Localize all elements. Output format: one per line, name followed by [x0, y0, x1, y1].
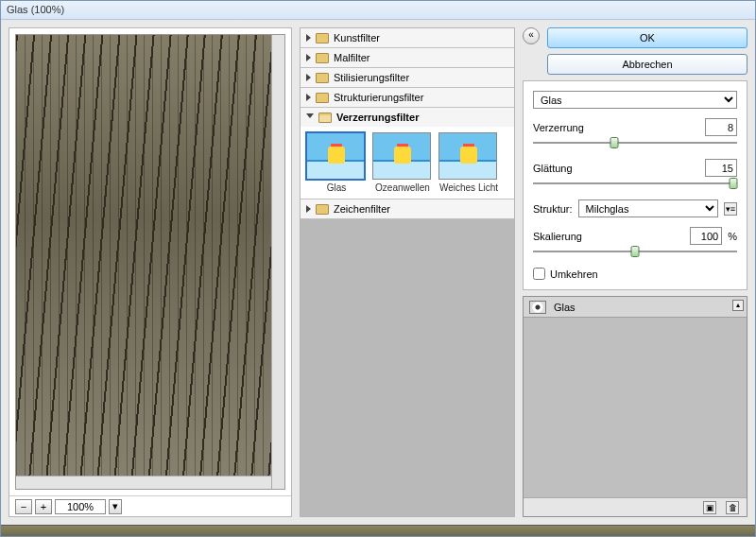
window-title: Glas (100%) — [7, 4, 64, 15]
folder-icon — [316, 73, 329, 83]
disclosure-triangle-icon — [306, 94, 311, 101]
preview-scrollbar-horizontal[interactable] — [16, 476, 271, 489]
glaettung-input[interactable] — [705, 159, 737, 177]
filter-thumb-image — [372, 132, 431, 180]
filter-thumb-label: Weiches Licht — [438, 182, 499, 193]
verzerrung-input[interactable] — [705, 118, 737, 136]
filter-select[interactable]: Glas — [533, 91, 737, 109]
effect-layer-row[interactable]: Glas — [524, 297, 747, 318]
disclosure-triangle-icon — [306, 34, 311, 42]
delete-effect-layer-button[interactable]: 🗑 — [726, 501, 739, 514]
effect-layers-wrap: Glas ▣ 🗑 ▴ — [523, 296, 747, 517]
category-stilisierungsfilter: Stilisierungsfilter — [301, 68, 514, 88]
zoom-out-button[interactable]: − — [15, 499, 32, 514]
category-kunstfilter: Kunstfilter — [301, 28, 514, 48]
slider-track — [533, 182, 737, 184]
zoom-dropdown[interactable]: ▾ — [109, 499, 122, 514]
folder-icon — [316, 53, 329, 63]
category-header-strukturierungsfilter[interactable]: Strukturierungsfilter — [301, 88, 514, 107]
param-verzerrung: Verzerrung — [533, 118, 737, 149]
slider-thumb[interactable] — [729, 178, 737, 189]
zoom-in-button[interactable]: + — [35, 499, 52, 514]
category-malfilter: Malfilter — [301, 48, 514, 68]
top-buttons-row: « OK Abbrechen — [523, 27, 747, 75]
effect-layers-footer: ▣ 🗑 — [524, 497, 747, 516]
zoom-value[interactable]: 100% — [55, 499, 106, 514]
glaettung-slider[interactable] — [533, 177, 737, 190]
effect-layers-empty — [524, 318, 747, 497]
category-zeichenfilter: Zeichenfilter — [301, 199, 514, 219]
category-header-stilisierungsfilter[interactable]: Stilisierungsfilter — [301, 68, 514, 87]
preview-scrollbar-vertical[interactable] — [271, 35, 284, 489]
scroll-up-button[interactable]: ▴ — [732, 300, 744, 311]
param-struktur: Struktur: Milchglas ▾≡ — [533, 199, 737, 217]
new-effect-layer-button[interactable]: ▣ — [703, 501, 716, 514]
category-label: Stilisierungsfilter — [334, 72, 409, 83]
param-label: Skalierung — [533, 231, 582, 242]
category-body-verzerrungsfilter: Glas Ozeanwellen Weiches Licht — [301, 127, 514, 199]
slider-thumb[interactable] — [631, 246, 640, 257]
zoom-bar: − + 100% ▾ — [9, 495, 291, 516]
preview-viewport[interactable] — [15, 34, 285, 490]
category-label: Strukturierungsfilter — [334, 92, 423, 103]
category-header-verzerrungsfilter[interactable]: Verzerrungsfilter — [301, 108, 514, 127]
filter-list-empty-area — [301, 219, 514, 516]
folder-open-icon — [318, 113, 332, 123]
filter-gallery-window: Glas (100%) − + 100% ▾ Kunstfilt — [0, 0, 756, 537]
folder-icon — [316, 204, 329, 215]
param-label: Verzerrung — [533, 122, 584, 133]
param-label: Struktur: — [533, 203, 573, 215]
effect-layers-panel: Glas ▣ 🗑 — [523, 296, 747, 517]
skalierung-slider[interactable] — [533, 245, 737, 258]
window-titlebar[interactable]: Glas (100%) — [1, 1, 755, 20]
texture-menu-button[interactable]: ▾≡ — [724, 202, 737, 216]
filter-list-panel: Kunstfilter Malfilter Stilisierungsfilte… — [300, 27, 515, 517]
umkehren-checkbox-row[interactable]: Umkehren — [533, 268, 737, 280]
skalierung-input[interactable] — [690, 227, 722, 245]
category-header-zeichenfilter[interactable]: Zeichenfilter — [301, 199, 514, 218]
struktur-select[interactable]: Milchglas — [578, 199, 718, 217]
filter-thumb-ozeanwellen[interactable]: Ozeanwellen — [372, 132, 433, 193]
visibility-eye-icon[interactable] — [529, 301, 546, 314]
slider-thumb[interactable] — [610, 137, 619, 148]
category-label: Malfilter — [334, 52, 370, 63]
category-verzerrungsfilter: Verzerrungsfilter Glas Ozeanwellen Weich… — [301, 108, 514, 199]
param-glaettung: Glättung — [533, 159, 737, 190]
verzerrung-slider[interactable] — [533, 136, 737, 149]
disclosure-triangle-icon — [306, 74, 311, 81]
cancel-button[interactable]: Abbrechen — [547, 54, 747, 75]
filter-thumb-weiches-licht[interactable]: Weiches Licht — [438, 132, 499, 193]
effect-layer-name: Glas — [554, 302, 576, 313]
collapse-panel-button[interactable]: « — [523, 27, 540, 44]
filter-thumb-image — [306, 132, 365, 180]
category-label: Verzerrungsfilter — [336, 112, 419, 123]
controls-column: « OK Abbrechen Glas Verzerrung — [523, 27, 747, 517]
category-label: Zeichenfilter — [334, 203, 390, 215]
disclosure-triangle-open-icon — [306, 113, 314, 122]
umkehren-checkbox[interactable] — [533, 268, 545, 280]
filter-options-panel: Glas Verzerrung Glättung — [523, 80, 747, 290]
window-bottom-strip — [1, 525, 755, 536]
category-header-malfilter[interactable]: Malfilter — [301, 48, 514, 67]
filter-thumb-glas[interactable]: Glas — [306, 132, 367, 193]
folder-icon — [316, 33, 329, 43]
filter-thumb-label: Ozeanwellen — [372, 182, 433, 193]
category-label: Kunstfilter — [334, 32, 380, 43]
param-skalierung: Skalierung % — [533, 227, 737, 258]
disclosure-triangle-icon — [306, 54, 311, 61]
preview-panel: − + 100% ▾ — [9, 27, 292, 517]
preview-image — [16, 35, 284, 489]
disclosure-triangle-icon — [306, 205, 311, 213]
filter-thumb-label: Glas — [306, 182, 367, 193]
slider-track — [533, 142, 737, 144]
ok-button[interactable]: OK — [547, 27, 747, 48]
param-label: Glättung — [533, 163, 573, 174]
category-header-kunstfilter[interactable]: Kunstfilter — [301, 28, 514, 47]
filter-thumb-image — [438, 132, 497, 180]
category-strukturierungsfilter: Strukturierungsfilter — [301, 88, 514, 108]
window-body: − + 100% ▾ Kunstfilter Malfilter — [1, 20, 755, 525]
unit-label: % — [728, 231, 737, 242]
folder-icon — [316, 93, 329, 103]
checkbox-label: Umkehren — [550, 268, 598, 280]
